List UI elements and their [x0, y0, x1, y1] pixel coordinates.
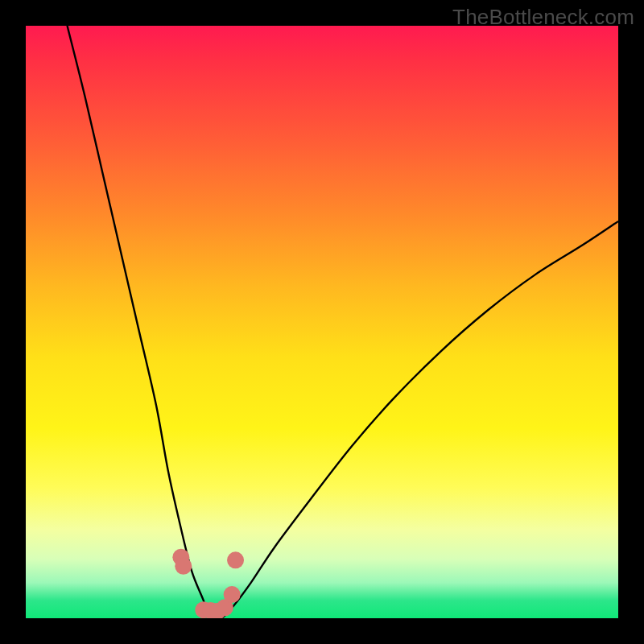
chart-frame: TheBottleneck.com [0, 0, 644, 644]
marker-dots [172, 549, 244, 618]
marker-dot [224, 586, 241, 603]
plot-area [26, 26, 618, 618]
bottleneck-curve [68, 26, 618, 618]
chart-svg [26, 26, 618, 618]
marker-dot [175, 558, 192, 575]
bottleneck-curve-path [68, 26, 618, 618]
watermark-label: TheBottleneck.com [452, 5, 634, 30]
marker-dot [227, 551, 244, 568]
